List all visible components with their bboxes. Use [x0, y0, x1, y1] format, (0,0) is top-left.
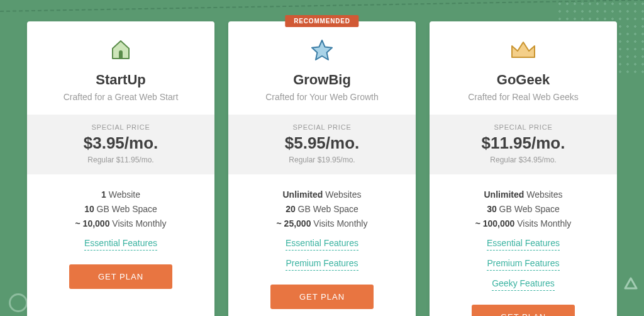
house-icon	[27, 38, 214, 63]
plan-tagline: Crafted for Your Web Growth	[228, 92, 416, 102]
feature-websites: Unlimited Websites	[228, 188, 416, 201]
plan-tagline: Crafted for Real Web Geeks	[430, 92, 617, 102]
feature-space: 20 GB Web Space	[228, 203, 416, 216]
plan-card-startup: StartUp Crafted for a Great Web Start SP…	[27, 21, 214, 316]
features-list: Unlimited Websites 20 GB Web Space ~ 25,…	[228, 188, 416, 271]
price-box: SPECIAL PRICE $3.95/mo. Regular $11.95/m…	[27, 115, 214, 174]
essential-features-link[interactable]: Essential Features	[84, 237, 157, 251]
price-box: SPECIAL PRICE $11.95/mo. Regular $34.95/…	[430, 115, 617, 174]
plan-name: GoGeek	[430, 72, 617, 88]
regular-price: Regular $19.95/mo.	[235, 155, 409, 164]
premium-features-link[interactable]: Premium Features	[487, 257, 559, 271]
price: $5.95/mo.	[235, 133, 409, 153]
premium-features-link[interactable]: Premium Features	[286, 257, 358, 271]
geeky-features-link[interactable]: Geeky Features	[492, 277, 555, 291]
get-plan-button[interactable]: GET PLAN	[472, 305, 575, 316]
plan-card-growbig: RECOMMENDED GrowBig Crafted for Your Web…	[228, 21, 416, 316]
price-box: SPECIAL PRICE $5.95/mo. Regular $19.95/m…	[228, 115, 416, 174]
plan-tagline: Crafted for a Great Web Start	[27, 92, 214, 102]
crown-icon	[430, 38, 617, 63]
price-label: SPECIAL PRICE	[33, 123, 208, 131]
plan-card-gogeek: GoGeek Crafted for Real Web Geeks SPECIA…	[430, 21, 617, 316]
pricing-cards-row: StartUp Crafted for a Great Web Start SP…	[0, 0, 644, 316]
recommended-badge: RECOMMENDED	[285, 15, 358, 27]
get-plan-button[interactable]: GET PLAN	[69, 264, 172, 289]
feature-visits: ~ 10,000 Visits Monthly	[27, 217, 214, 230]
feature-space: 10 GB Web Space	[27, 203, 214, 216]
feature-space: 30 GB Web Space	[430, 203, 617, 216]
regular-price: Regular $34.95/mo.	[436, 155, 611, 164]
price: $11.95/mo.	[436, 133, 611, 153]
price-label: SPECIAL PRICE	[436, 123, 611, 131]
feature-visits: ~ 25,000 Visits Monthly	[228, 217, 416, 230]
get-plan-button[interactable]: GET PLAN	[270, 285, 374, 309]
essential-features-link[interactable]: Essential Features	[487, 237, 560, 251]
price-label: SPECIAL PRICE	[235, 123, 409, 131]
price: $3.95/mo.	[33, 133, 208, 153]
plan-name: GrowBig	[228, 72, 416, 88]
feature-websites: Unlimited Websites	[430, 188, 617, 201]
essential-features-link[interactable]: Essential Features	[286, 237, 358, 251]
feature-websites: 1 Website	[27, 188, 214, 201]
features-list: Unlimited Websites 30 GB Web Space ~ 100…	[430, 188, 617, 291]
feature-visits: ~ 100,000 Visits Monthly	[430, 217, 617, 230]
star-icon	[228, 38, 416, 63]
features-list: 1 Website 10 GB Web Space ~ 10,000 Visit…	[27, 188, 214, 251]
plan-name: StartUp	[27, 72, 214, 88]
regular-price: Regular $11.95/mo.	[33, 155, 208, 164]
